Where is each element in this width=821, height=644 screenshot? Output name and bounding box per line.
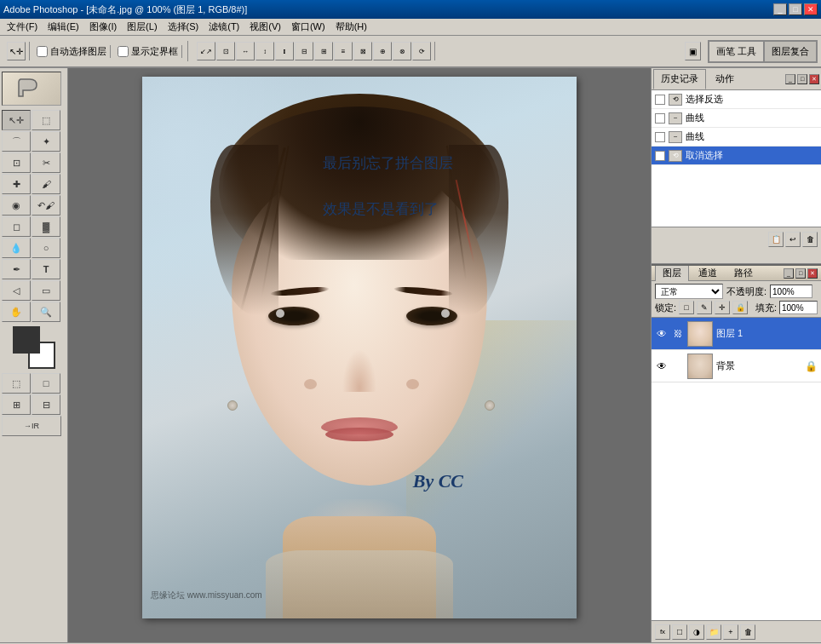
- screen-mode-2[interactable]: ⊟: [32, 394, 60, 415]
- history-maximize-btn[interactable]: □: [797, 74, 807, 84]
- layers-panel: 图层 通道 路径 _ □ ✕ 正常 不透明度:: [652, 264, 821, 642]
- quick-mask-mode[interactable]: ⬚: [2, 373, 31, 394]
- palette-toggle-button[interactable]: ▣: [685, 42, 701, 60]
- watermark-text: 思缘论坛 www.missyuan.com: [151, 589, 262, 601]
- layer-item-1[interactable]: 👁 ⛓ 背景 🔒: [652, 350, 821, 382]
- lock-move-btn[interactable]: ✛: [715, 301, 730, 314]
- brush-tool[interactable]: 🖌: [32, 174, 60, 194]
- heal-tool[interactable]: ✚: [2, 174, 31, 194]
- menu-edit[interactable]: 编辑(E): [43, 19, 84, 35]
- auto-select-label[interactable]: 自动选择图层: [37, 45, 106, 58]
- maximize-button[interactable]: □: [789, 3, 802, 15]
- path-select-tool[interactable]: ◁: [2, 280, 31, 301]
- menu-layer[interactable]: 图层(L): [122, 19, 162, 35]
- dodge-tool[interactable]: ○: [32, 238, 60, 258]
- show-bounds-label[interactable]: 显示定界框: [118, 45, 178, 58]
- close-button[interactable]: ✕: [804, 3, 818, 15]
- gradient-tool[interactable]: ▓: [32, 216, 60, 237]
- align-btn-6[interactable]: ⊕: [373, 42, 392, 60]
- shape-tool[interactable]: ▭: [32, 280, 60, 301]
- opacity-input[interactable]: [770, 285, 812, 298]
- menu-file[interactable]: 文件(F): [2, 19, 43, 35]
- layer-mask-btn[interactable]: □: [672, 624, 687, 640]
- history-minimize-btn[interactable]: _: [785, 74, 795, 84]
- menu-window[interactable]: 窗口(W): [286, 19, 330, 35]
- history-item-1[interactable]: ~ 曲线: [652, 109, 821, 128]
- layers-panel-controls: _ □ ✕: [784, 268, 818, 279]
- align-btn-3[interactable]: ⊞: [314, 42, 333, 60]
- history-brush-tool[interactable]: ↶🖌: [32, 195, 60, 216]
- eraser-tool[interactable]: ◻: [2, 216, 31, 237]
- foreground-color-swatch[interactable]: [13, 326, 40, 354]
- layers-close-btn[interactable]: ✕: [807, 268, 818, 279]
- layer-fx-btn[interactable]: fx: [655, 624, 670, 640]
- layer-eye-1[interactable]: 👁: [655, 359, 669, 373]
- color-swatches[interactable]: [13, 326, 55, 369]
- blend-mode-select[interactable]: 正常: [655, 284, 723, 299]
- layer-adjustment-btn[interactable]: ◑: [689, 624, 704, 640]
- minimize-button[interactable]: _: [773, 3, 787, 15]
- history-item-0[interactable]: ⟲ 选择反选: [652, 90, 821, 109]
- layer-group-btn[interactable]: 📁: [706, 624, 721, 640]
- type-tool[interactable]: T: [32, 259, 60, 279]
- lasso-tool[interactable]: ⌒: [2, 131, 31, 152]
- lock-transparent-btn[interactable]: □: [679, 301, 694, 314]
- history-item-2[interactable]: ~ 曲线: [652, 128, 821, 147]
- history-delete[interactable]: 🗑: [802, 232, 818, 247]
- auto-select-checkbox[interactable]: [37, 46, 48, 57]
- tool-row-2: ⌒ ✦: [2, 131, 66, 152]
- tab-paths[interactable]: 路径: [726, 264, 761, 283]
- slice-tool[interactable]: ✂: [32, 152, 60, 173]
- layers-list: 👁 ⛓ 图层 1 👁 ⛓ 背景 🔒: [652, 318, 821, 620]
- crop-tool[interactable]: ⊡: [2, 152, 31, 173]
- lock-paint-btn[interactable]: ✎: [697, 301, 712, 314]
- magic-wand-tool[interactable]: ✦: [32, 131, 60, 152]
- lock-all-btn[interactable]: 🔒: [732, 301, 748, 314]
- show-bounds-checkbox[interactable]: [118, 46, 129, 57]
- tool-row-imageready: →IR: [2, 416, 66, 436]
- history-close-btn[interactable]: ✕: [809, 74, 819, 84]
- menu-filter[interactable]: 滤镜(T): [204, 19, 244, 35]
- goto-imageready[interactable]: →IR: [2, 416, 61, 436]
- menu-image[interactable]: 图像(I): [84, 19, 122, 35]
- transform-btn-2[interactable]: ⊡: [216, 42, 235, 60]
- stamp-tool[interactable]: ◉: [2, 195, 31, 216]
- standard-mode[interactable]: □: [32, 373, 60, 394]
- move-tool[interactable]: ↖✛: [2, 110, 31, 130]
- align-btn-7[interactable]: ⊗: [393, 42, 411, 60]
- history-new-snapshot[interactable]: 📋: [768, 232, 784, 247]
- tab-actions[interactable]: 动作: [708, 69, 742, 89]
- menu-view[interactable]: 视图(V): [244, 19, 286, 35]
- layer-new-btn[interactable]: +: [723, 624, 738, 640]
- move-tool-button[interactable]: ↖✛: [7, 42, 26, 60]
- tab-brush-tool[interactable]: 画笔 工具: [709, 41, 764, 62]
- tab-channels[interactable]: 通道: [691, 264, 725, 283]
- history-item-3[interactable]: ⟲ 取消选择: [652, 147, 821, 165]
- layer-delete-btn[interactable]: 🗑: [740, 624, 755, 640]
- menu-help[interactable]: 帮助(H): [330, 19, 372, 35]
- pen-tool[interactable]: ✒: [2, 259, 31, 279]
- align-btn-8[interactable]: ⟳: [412, 42, 431, 60]
- layers-minimize-btn[interactable]: _: [784, 268, 794, 279]
- history-step-backward[interactable]: ↩: [785, 232, 801, 247]
- tab-history[interactable]: 历史记录: [653, 69, 706, 89]
- align-btn-2[interactable]: ⊟: [295, 42, 313, 60]
- menu-select[interactable]: 选择(S): [163, 19, 204, 35]
- layer-eye-0[interactable]: 👁: [655, 327, 669, 341]
- layer-item-0[interactable]: 👁 ⛓ 图层 1: [652, 318, 821, 350]
- layer-chain-0[interactable]: ⛓: [672, 327, 684, 341]
- transform-btn-3[interactable]: ↔: [236, 42, 255, 60]
- align-btn-4[interactable]: ≡: [334, 42, 353, 60]
- transform-btn-4[interactable]: ↕: [255, 42, 274, 60]
- fill-input[interactable]: [779, 301, 818, 314]
- screen-mode-1[interactable]: ⊞: [2, 394, 31, 415]
- align-btn-5[interactable]: ⊠: [353, 42, 372, 60]
- transform-btn-1[interactable]: ↙↗: [197, 42, 215, 60]
- blur-tool[interactable]: 💧: [2, 238, 31, 258]
- hand-tool[interactable]: ✋: [2, 302, 31, 322]
- zoom-tool[interactable]: 🔍: [32, 302, 60, 322]
- layers-maximize-btn[interactable]: □: [795, 268, 806, 279]
- tab-layer-comp[interactable]: 图层复合: [764, 41, 817, 62]
- selection-tool[interactable]: ⬚: [32, 110, 60, 130]
- align-btn-1[interactable]: ⫿: [275, 42, 294, 60]
